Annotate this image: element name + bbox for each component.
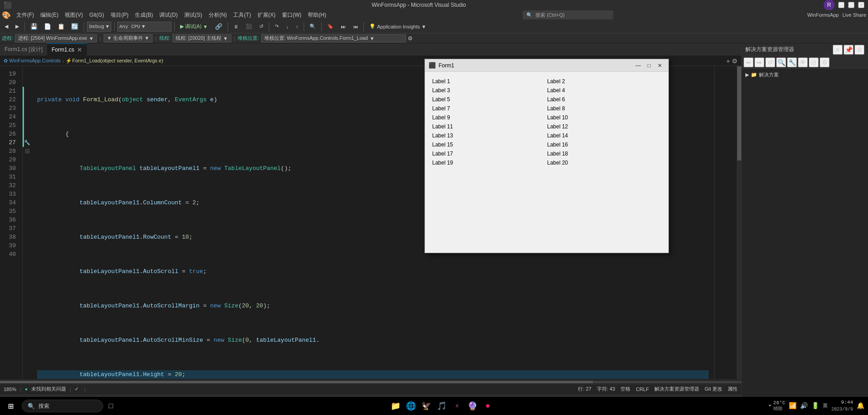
- bookmark-button[interactable]: 🔖: [324, 23, 336, 30]
- rp-filter[interactable]: 🔧: [787, 57, 797, 67]
- restore-button[interactable]: □: [848, 2, 854, 8]
- back-nav-button[interactable]: ◀: [2, 23, 11, 30]
- network-icon[interactable]: 📶: [789, 402, 796, 410]
- tab-form1-cs[interactable]: Form1.cs ✕: [47, 43, 87, 56]
- rp-collapse[interactable]: ⊟: [809, 57, 819, 67]
- rp-settings[interactable]: ⚙: [820, 57, 830, 67]
- menu-analyze[interactable]: 分析(N): [206, 10, 230, 20]
- rp-refresh[interactable]: ↺: [765, 57, 775, 67]
- lifecycle-dropdown[interactable]: ▼ 生命周期事件 ▼: [104, 34, 153, 42]
- taskbar-icon-purple[interactable]: 🔮: [466, 400, 479, 412]
- start-button[interactable]: ⊞: [4, 399, 18, 413]
- step-into-button[interactable]: ↓: [283, 23, 291, 30]
- minimize-button[interactable]: —: [838, 2, 844, 8]
- taskbar-task-view[interactable]: □: [107, 400, 115, 412]
- git-changes-btn[interactable]: Git 更改: [705, 386, 722, 392]
- add-file-button[interactable]: +: [726, 57, 730, 65]
- solution-explorer-btn[interactable]: 解决方案资源管理器: [654, 386, 699, 392]
- next-bookmark-button[interactable]: ⏭: [338, 23, 348, 30]
- file-path-right: + ⚙: [726, 57, 738, 65]
- cpu-dropdown[interactable]: Any CPU ▼: [117, 22, 172, 32]
- taskbar-icon-circle[interactable]: ●: [482, 400, 494, 412]
- menu-build[interactable]: 生成(B): [132, 10, 156, 20]
- toolbar-icon-4[interactable]: 🔄: [68, 22, 81, 31]
- right-panel-close-btn[interactable]: ✕: [833, 45, 843, 55]
- settings-file-button[interactable]: ⚙: [732, 57, 738, 65]
- weather-widget[interactable]: ☀ 26°C 晴朗: [768, 400, 785, 412]
- line-num-28: 28: [0, 147, 19, 156]
- toolbar-icon-1[interactable]: 💾: [28, 22, 40, 31]
- toolbar-icon-3[interactable]: 📋: [55, 22, 67, 31]
- taskbar-icon-music[interactable]: 🎵: [435, 400, 448, 412]
- thread-dropdown[interactable]: 线程: [20020] 主线程 ▼: [172, 34, 231, 42]
- form-restore-btn[interactable]: □: [644, 61, 654, 70]
- menu-file[interactable]: 文件(F): [14, 10, 37, 20]
- form-minimize-btn[interactable]: —: [633, 61, 643, 70]
- properties-btn[interactable]: 属性: [728, 386, 738, 392]
- method-dropdown[interactable]: ⚡Form1_Load(object sender, EventArgs e): [66, 58, 163, 64]
- gutter-25-change: [23, 121, 24, 130]
- battery-icon[interactable]: 🔋: [811, 402, 819, 410]
- taskbar-search-bar[interactable]: 🔍 搜索: [22, 400, 103, 412]
- scrollbar-thumb[interactable]: [0, 381, 593, 383]
- menu-debug[interactable]: 调试(D): [157, 10, 181, 20]
- menu-window[interactable]: 窗口(W): [279, 10, 304, 20]
- taskbar-icon-edge[interactable]: 🦅: [420, 400, 433, 412]
- step-out-button[interactable]: ↑: [293, 23, 301, 30]
- rp-nav-forward[interactable]: ➡: [754, 57, 764, 67]
- prev-bookmark-button[interactable]: ⏮: [350, 23, 361, 30]
- form-label-17: Label 17: [432, 150, 546, 158]
- menu-git[interactable]: Git(G): [86, 11, 107, 19]
- step-over-button[interactable]: ↷: [272, 23, 281, 30]
- menu-project[interactable]: 项目(P): [108, 10, 131, 20]
- tab-form1-design[interactable]: Form1.cs [设计]: [0, 43, 47, 56]
- toolbar-icon-2[interactable]: 📄: [41, 22, 54, 31]
- process-dropdown[interactable]: 进程: [2564] WinFormsApp.exe ▼: [15, 34, 97, 42]
- taskbar-clock[interactable]: 9:44 2023/9/9: [831, 399, 853, 412]
- rp-nav-back[interactable]: ⬅: [744, 57, 754, 67]
- right-panel-settings-btn[interactable]: ⚙: [854, 45, 864, 55]
- taskbar-icon-browser[interactable]: 🌐: [405, 400, 417, 412]
- namespace-dropdown[interactable]: ✿ WinFormsApp.Controls: [4, 58, 61, 64]
- user-avatar[interactable]: R: [824, 0, 835, 10]
- scrollbar-thumb-vertical[interactable]: [737, 66, 741, 160]
- language-indicator[interactable]: 英: [823, 402, 828, 409]
- menu-help[interactable]: 帮助(H): [305, 10, 329, 20]
- menu-edit[interactable]: 编辑(E): [38, 10, 61, 20]
- run-debug-button[interactable]: ▶ 调试(A) ▼: [177, 22, 211, 31]
- form-close-btn[interactable]: ✕: [655, 61, 665, 70]
- forward-nav-button[interactable]: ▶: [13, 23, 22, 30]
- menu-test[interactable]: 测试(S): [181, 10, 205, 20]
- debug-mode-dropdown[interactable]: Debug ▼: [87, 22, 111, 32]
- debug-indicator-icon[interactable]: 🔧: [24, 140, 30, 146]
- notification-icon[interactable]: 🔔: [857, 402, 864, 410]
- toolbar-sep-9: [363, 22, 364, 31]
- taskbar-icon-vs[interactable]: ⚡: [451, 400, 463, 412]
- pause-button[interactable]: ⏸: [231, 23, 241, 30]
- sound-icon[interactable]: 🔊: [800, 402, 808, 410]
- form-label-4: Label 4: [547, 86, 661, 94]
- menu-view[interactable]: 视图(V): [62, 10, 86, 20]
- settings-icon-btn[interactable]: ⚙: [408, 35, 413, 42]
- stop-button[interactable]: ⬛: [243, 23, 255, 30]
- collapse-icon-28[interactable]: —: [25, 149, 29, 153]
- close-button[interactable]: ✕: [858, 2, 864, 8]
- line-num-37: 37: [0, 224, 19, 233]
- appinsights-button[interactable]: 💡 Application Insights ▼: [367, 23, 429, 30]
- search-bar[interactable]: 🔍 搜索 (Ctrl+Q): [523, 10, 613, 19]
- restart-button[interactable]: ↺: [257, 23, 266, 30]
- right-panel-pin-btn[interactable]: 📌: [844, 45, 854, 55]
- intellitrace-button[interactable]: 🔍: [307, 23, 319, 30]
- attach-button[interactable]: 🔗: [212, 22, 225, 31]
- stack-dropdown[interactable]: 堆栈位置: WinFormsApp.Controls.Form1_Load ▼: [261, 34, 406, 42]
- solution-node[interactable]: ▶ 📁 解决方案: [744, 71, 866, 79]
- live-share-btn[interactable]: Live Share: [842, 12, 866, 18]
- editor-horizontal-scrollbar[interactable]: [0, 379, 741, 384]
- rp-search[interactable]: 🔍: [776, 57, 786, 67]
- tab-close-icon[interactable]: ✕: [77, 46, 82, 53]
- rp-show-all[interactable]: 👁: [798, 57, 808, 67]
- menu-extensions[interactable]: 扩展(X): [255, 10, 278, 20]
- menu-tools[interactable]: 工具(T): [230, 10, 253, 20]
- vertical-scrollbar[interactable]: [737, 66, 741, 379]
- taskbar-icon-explorer[interactable]: 📁: [389, 400, 402, 412]
